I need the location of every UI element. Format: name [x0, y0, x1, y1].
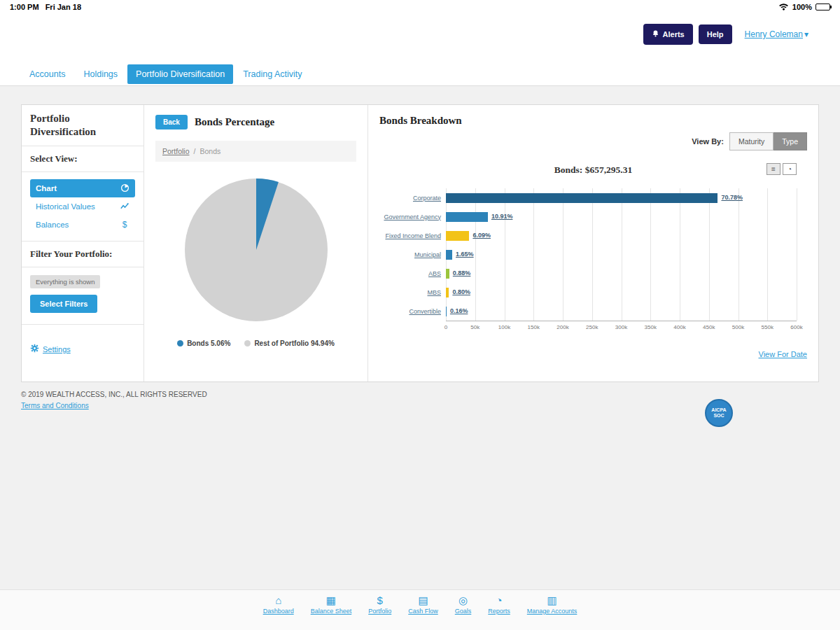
bottom-nav-portfolio[interactable]: $ Portfolio — [368, 595, 391, 615]
tab-portfolio-diversification[interactable]: Portfolio Diversification — [127, 64, 233, 84]
bottom-nav-balance-sheet[interactable]: ▦ Balance Sheet — [311, 595, 352, 615]
select-filters-button[interactable]: Select Filters — [30, 295, 97, 313]
maturity-toggle-button[interactable]: Maturity — [729, 132, 774, 150]
tab-trading-activity[interactable]: Trading Activity — [234, 64, 310, 84]
bar-track: 6.09% — [446, 231, 797, 241]
bar-fill — [446, 193, 718, 203]
terms-link[interactable]: Terms and Conditions — [21, 402, 89, 410]
tab-accounts[interactable]: Accounts — [21, 64, 74, 84]
bar-value-link[interactable]: 6.09% — [472, 232, 491, 239]
bottom-nav-manage-accounts[interactable]: ▥ Manage Accounts — [527, 595, 578, 615]
breakdown-panel: Bonds Breakdown View By: Maturity Type B… — [368, 105, 818, 382]
bar-row: Fixed Income Blend6.09% — [379, 226, 797, 245]
footer: © 2019 WEALTH ACCESS, INC., ALL RIGHTS R… — [21, 391, 819, 411]
x-tick-label: 450k — [703, 324, 715, 330]
bar-category-link[interactable]: Fixed Income Blend — [379, 232, 446, 239]
view-by-toggle: Maturity Type — [729, 132, 807, 150]
bar-track: 10.91% — [446, 212, 797, 222]
x-axis: 050k100k150k200k250k300k350k400k450k500k… — [446, 321, 797, 335]
x-tick-label: 350k — [645, 324, 657, 330]
wifi-icon — [778, 3, 789, 12]
list-view-icon[interactable]: ≡ — [766, 163, 780, 175]
bar-category-link[interactable]: Corporate — [379, 195, 446, 202]
x-tick-label: 150k — [528, 324, 540, 330]
bar-chart-panel: Bonds: $657,295.31 ≡ ◔ Corporate70.78%Go… — [379, 163, 807, 360]
x-tick-label: 300k — [615, 324, 627, 330]
pie-panel-title: Bonds Percentage — [195, 116, 274, 128]
gridline — [797, 188, 797, 321]
breadcrumb-separator: / — [194, 147, 196, 155]
type-toggle-button[interactable]: Type — [774, 132, 807, 150]
sidebar: Portfolio Diversification Select View: C… — [22, 105, 144, 382]
tab-holdings[interactable]: Holdings — [75, 64, 126, 84]
target-icon: ◎ — [458, 595, 468, 606]
grid-icon: ▦ — [326, 595, 336, 606]
legend-dot-rest — [244, 340, 251, 346]
legend-item-rest: Rest of Portfolio 94.94% — [244, 340, 334, 347]
bar-category-link[interactable]: MBS — [379, 289, 446, 296]
bottom-nav-cash-flow[interactable]: ▤ Cash Flow — [408, 595, 438, 615]
bar-chart-title: Bonds: $657,295.31 — [554, 164, 632, 175]
bottom-nav-dashboard[interactable]: ⌂ Dashboard — [263, 595, 294, 615]
bottom-nav-goals[interactable]: ◎ Goals — [455, 595, 472, 615]
filter-status-chip: Everything is shown — [30, 275, 100, 288]
gear-icon — [30, 343, 39, 356]
bar-value-link[interactable]: 0.80% — [452, 288, 470, 295]
help-button[interactable]: Help — [699, 24, 732, 44]
bar-track: 1.65% — [446, 250, 797, 260]
bar-value-link[interactable]: 70.78% — [721, 194, 743, 201]
sidebar-item-chart[interactable]: Chart — [30, 179, 135, 197]
card-icon: ▤ — [418, 595, 428, 606]
copyright-text: © 2019 WEALTH ACCESS, INC., ALL RIGHTS R… — [21, 391, 819, 398]
bar-track: 0.80% — [446, 288, 797, 298]
bar-value-link[interactable]: 0.88% — [453, 270, 471, 276]
bar-fill — [446, 250, 452, 260]
bar-row: MBS0.80% — [379, 283, 797, 302]
bar-category-link[interactable]: Convertible — [379, 308, 446, 315]
legend-item-bonds: Bonds 5.06% — [177, 340, 230, 347]
x-tick-label: 250k — [586, 324, 598, 330]
x-tick-label: 400k — [673, 324, 685, 330]
alerts-button[interactable]: Alerts — [643, 24, 693, 45]
x-tick-label: 0 — [444, 324, 447, 330]
chart-view-icon[interactable]: ◔ — [783, 163, 797, 175]
bar-value-link[interactable]: 10.91% — [491, 213, 513, 220]
bar-category-link[interactable]: Municipal — [379, 251, 446, 258]
x-tick-label: 200k — [556, 324, 568, 330]
user-menu[interactable]: Henry Coleman▾ — [745, 29, 808, 39]
breadcrumb-portfolio-link[interactable]: Portfolio — [162, 147, 190, 155]
back-button[interactable]: Back — [155, 115, 188, 130]
bell-icon — [652, 29, 659, 39]
bar-category-link[interactable]: Government Agency — [379, 214, 446, 220]
bar-value-link[interactable]: 1.65% — [456, 251, 474, 258]
settings-link[interactable]: Settings — [43, 345, 71, 354]
pie-legend: Bonds 5.06% Rest of Portfolio 94.94% — [155, 340, 356, 347]
x-tick-label: 100k — [498, 324, 510, 330]
bar-row: Corporate70.78% — [379, 188, 797, 207]
status-time: 1:00 PM — [10, 3, 39, 11]
select-view-label: Select View: — [30, 153, 135, 164]
bar-chart: Corporate70.78%Government Agency10.91%Fi… — [379, 188, 807, 335]
dollar-icon: $ — [120, 220, 130, 230]
bottom-nav-reports[interactable]: ◔ Reports — [488, 595, 510, 615]
filter-portfolio-label: Filter Your Portfolio: — [30, 248, 135, 260]
sidebar-item-balances[interactable]: Balances $ — [30, 216, 135, 234]
status-date: Fri Jan 18 — [46, 3, 81, 11]
bar-category-link[interactable]: ABS — [379, 270, 446, 277]
bar-value-link[interactable]: 0.16% — [450, 307, 468, 314]
view-by-label: View By: — [692, 137, 724, 146]
x-tick-label: 600k — [790, 324, 802, 330]
status-bar: 1:00 PM Fri Jan 18 100% — [0, 0, 840, 14]
report-pie-icon: ◔ — [496, 595, 503, 606]
chevron-down-icon: ▾ — [804, 29, 808, 39]
bar-row: Government Agency10.91% — [379, 207, 797, 226]
bar-track: 0.16% — [446, 307, 797, 316]
pie-panel: Back Bonds Percentage Portfolio / Bonds … — [144, 105, 368, 382]
bar-fill — [446, 307, 447, 316]
view-for-date-link[interactable]: View For Date — [759, 350, 808, 358]
breakdown-title: Bonds Breakdown — [379, 115, 807, 127]
breadcrumb: Portfolio / Bonds — [155, 141, 356, 162]
sidebar-item-historical-values[interactable]: Historical Values — [30, 197, 135, 216]
portfolio-card: Portfolio Diversification Select View: C… — [21, 104, 819, 382]
x-tick-label: 550k — [762, 324, 774, 330]
